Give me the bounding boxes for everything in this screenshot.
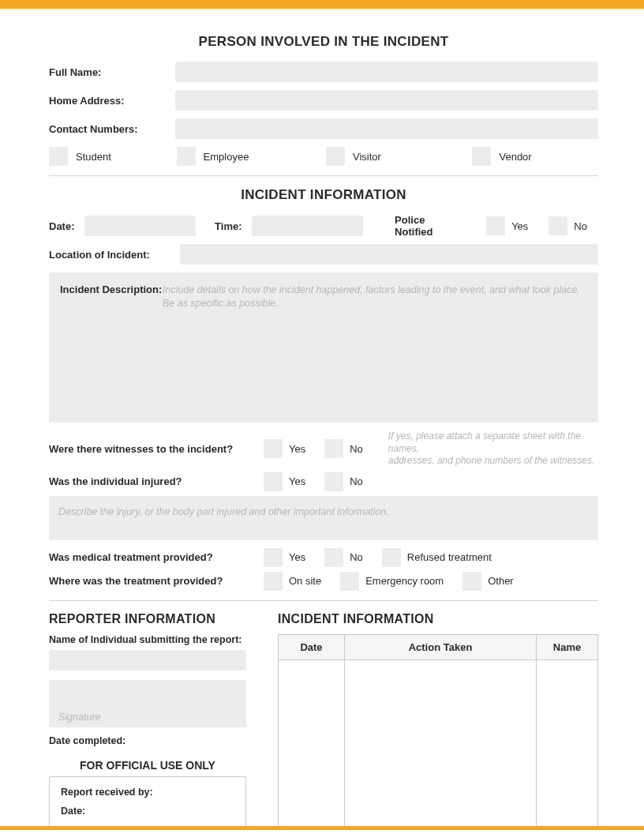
reporter-panel: REPORTER INFORMATION Name of Individual … xyxy=(49,612,246,827)
incident-description-label: Incident Description: xyxy=(60,284,163,411)
checkbox-emergency[interactable] xyxy=(340,572,359,591)
checkbox-witness-no[interactable] xyxy=(324,439,343,458)
contact-field[interactable] xyxy=(175,118,598,139)
witness-hint-1: If yes, please attach a separate sheet w… xyxy=(388,430,597,455)
injury-description-box[interactable]: Describe the injury, or the body part in… xyxy=(49,496,598,540)
checkbox-medical-refused[interactable] xyxy=(382,548,401,567)
checkbox-medical-no[interactable] xyxy=(324,548,343,567)
home-address-label: Home Address: xyxy=(49,95,170,107)
checkbox-injured-yes[interactable] xyxy=(264,472,283,491)
date-field[interactable] xyxy=(84,216,197,236)
incident-info-title: INCIDENT INFORMATION xyxy=(278,612,598,626)
row-location: Location of Incident: xyxy=(49,244,598,265)
incident-table: Date Action Taken Name xyxy=(278,634,598,827)
reporter-name-label: Name of Individual submitting the report… xyxy=(49,634,246,645)
reporter-title: REPORTER INFORMATION xyxy=(49,612,246,626)
cell-action[interactable] xyxy=(345,659,537,826)
incident-description-box[interactable]: Incident Description: Include details on… xyxy=(49,272,598,423)
injury-hint: Describe the injury, or the body part in… xyxy=(58,506,389,517)
police-notified-label: Police Notified xyxy=(395,214,466,238)
checkbox-visitor[interactable] xyxy=(326,147,345,166)
role-visitor: Visitor xyxy=(326,147,466,166)
injured-no-label: No xyxy=(350,475,363,487)
row-contact: Contact Numbers: xyxy=(49,118,598,139)
top-accent-bar xyxy=(0,0,644,9)
witness-yes-label: Yes xyxy=(289,443,305,455)
role-student: Student xyxy=(49,147,170,166)
row-witnesses: Were there witnesses to the incident? Ye… xyxy=(49,430,598,468)
divider-2 xyxy=(49,600,598,601)
incident-info-panel: INCIDENT INFORMATION Date Action Taken N… xyxy=(278,612,598,827)
role-employee: Employee xyxy=(177,147,320,166)
checkbox-other[interactable] xyxy=(462,572,481,591)
role-visitor-label: Visitor xyxy=(353,151,381,163)
col-date: Date xyxy=(279,634,345,659)
col-action: Action Taken xyxy=(345,634,537,659)
row-date-time-police: Date: Time: Police Notified Yes No xyxy=(49,214,598,238)
medical-label: Was medical treatment provided? xyxy=(49,551,264,563)
witness-hint: If yes, please attach a separate sheet w… xyxy=(388,430,597,468)
checkbox-employee[interactable] xyxy=(177,147,196,166)
home-address-field[interactable] xyxy=(175,90,598,111)
date-label: Date: xyxy=(49,220,75,232)
table-row xyxy=(279,659,598,826)
checkbox-witness-yes[interactable] xyxy=(264,439,283,458)
injured-yes-label: Yes xyxy=(289,475,305,487)
incident-description-hint: Include details on how the incident happ… xyxy=(163,284,580,411)
section-person-title: PERSON INVOLVED IN THE INCIDENT xyxy=(49,34,598,50)
checkbox-injured-no[interactable] xyxy=(324,472,343,491)
location-field[interactable] xyxy=(180,244,598,265)
checkbox-medical-yes[interactable] xyxy=(264,548,283,567)
row-full-name: Full Name: xyxy=(49,62,598,82)
received-by-label: Report received by: xyxy=(61,787,234,798)
medical-no-label: No xyxy=(350,551,363,563)
time-field[interactable] xyxy=(252,216,364,236)
bottom-accent-bar xyxy=(0,826,644,830)
police-no-label: No xyxy=(574,220,587,232)
row-medical: Was medical treatment provided? Yes No R… xyxy=(49,548,598,567)
where-label: Where was the treatment provided? xyxy=(49,575,264,587)
checkbox-vendor[interactable] xyxy=(472,147,491,166)
checkbox-police-no[interactable] xyxy=(549,216,567,235)
cell-date[interactable] xyxy=(279,659,345,826)
date-completed-label: Date completed: xyxy=(49,735,246,746)
cell-name[interactable] xyxy=(537,659,598,826)
medical-yes-label: Yes xyxy=(289,551,305,563)
official-use-title: FOR OFFICIAL USE ONLY xyxy=(49,759,246,772)
time-label: Time: xyxy=(215,220,242,232)
role-vendor-label: Vendor xyxy=(499,151,531,163)
row-where: Where was the treatment provided? On sit… xyxy=(49,572,598,591)
full-name-label: Full Name: xyxy=(49,66,170,78)
signature-field[interactable]: Signature xyxy=(49,680,246,727)
full-name-field[interactable] xyxy=(175,62,598,82)
checkbox-police-yes[interactable] xyxy=(486,216,505,235)
page-content: PERSON INVOLVED IN THE INCIDENT Full Nam… xyxy=(0,34,644,827)
role-row: Student Employee Visitor Vendor xyxy=(49,147,598,166)
role-student-label: Student xyxy=(76,151,111,163)
onsite-label: On site xyxy=(289,575,321,587)
reporter-name-field[interactable] xyxy=(49,650,246,671)
official-use-box: Report received by: Date: xyxy=(49,776,246,827)
desc-hint-line1: Include details on how the incident happ… xyxy=(163,284,580,297)
witnesses-label: Were there witnesses to the incident? xyxy=(49,443,264,455)
section-incident-title: INCIDENT INFORMATION xyxy=(49,187,598,203)
divider-1 xyxy=(49,175,598,176)
official-date-label: Date: xyxy=(61,806,234,817)
emergency-label: Emergency room xyxy=(365,575,444,587)
row-injured: Was the individual injured? Yes No xyxy=(49,472,598,491)
injured-label: Was the individual injured? xyxy=(49,475,264,487)
desc-hint-line2: Be as specific as possible. xyxy=(163,297,580,310)
contact-label: Contact Numbers: xyxy=(49,123,170,135)
role-employee-label: Employee xyxy=(204,151,249,163)
row-home-address: Home Address: xyxy=(49,90,598,111)
police-yes-label: Yes xyxy=(511,220,528,232)
checkbox-onsite[interactable] xyxy=(264,572,283,591)
table-header-row: Date Action Taken Name xyxy=(279,634,598,659)
signature-placeholder: Signature xyxy=(58,712,101,723)
witness-hint-2: addresses, and phone numbers of the witn… xyxy=(388,455,597,468)
role-vendor: Vendor xyxy=(472,147,598,166)
two-column-area: REPORTER INFORMATION Name of Individual … xyxy=(49,612,598,827)
checkbox-student[interactable] xyxy=(49,147,68,166)
location-label: Location of Incident: xyxy=(49,249,175,261)
other-label: Other xyxy=(488,575,514,587)
